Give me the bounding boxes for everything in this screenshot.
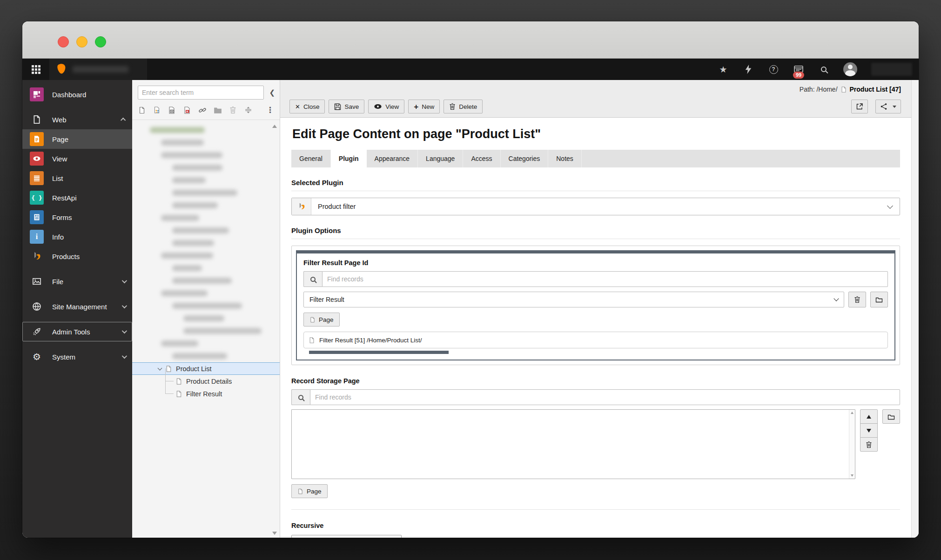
sidebar-item-forms[interactable]: Forms bbox=[22, 207, 132, 227]
selected-records-list: Filter Result [51] /Home/Product List/ bbox=[303, 332, 888, 354]
tab-access[interactable]: Access bbox=[463, 150, 500, 167]
globe-icon bbox=[30, 300, 44, 313]
recursive-select[interactable]: 0 levels (only selected page) bbox=[291, 535, 402, 538]
browse-records-button[interactable] bbox=[870, 292, 888, 307]
main-scrollbar[interactable] bbox=[911, 80, 919, 538]
allowed-table-page-button[interactable]: Page bbox=[291, 484, 328, 498]
tree-scroll-down-icon[interactable] bbox=[272, 532, 277, 535]
edit-form: Edit Page Content on page "Product List"… bbox=[280, 118, 919, 538]
arrow-down-icon bbox=[867, 429, 871, 433]
view-button[interactable]: View bbox=[368, 100, 404, 113]
typo3-brand[interactable] bbox=[49, 59, 147, 80]
move-down-button[interactable] bbox=[860, 423, 878, 438]
listbox-scrollbar[interactable] bbox=[849, 410, 855, 479]
minimize-window-button[interactable] bbox=[76, 36, 87, 47]
move-up-button[interactable] bbox=[860, 409, 878, 424]
search-icon bbox=[303, 271, 322, 287]
new-button[interactable]: + New bbox=[408, 100, 440, 113]
new-page-icon[interactable] bbox=[138, 106, 146, 115]
browse-records-button[interactable] bbox=[882, 409, 900, 424]
trash-icon[interactable] bbox=[229, 106, 237, 115]
chevron-down-icon bbox=[122, 353, 127, 359]
tab-notes[interactable]: Notes bbox=[548, 150, 582, 167]
tree-scroll-up-icon[interactable] bbox=[272, 125, 277, 128]
list-module-icon bbox=[30, 171, 44, 185]
clear-cache-icon[interactable] bbox=[743, 64, 754, 75]
main-content-area: Path: /Home/ Product List [47] ✕ Close S… bbox=[280, 80, 919, 538]
sidebar-item-dashboard[interactable]: Dashboard bbox=[22, 85, 132, 104]
sidebar-item-label: Dashboard bbox=[52, 91, 126, 99]
new-shortcut-page-icon[interactable] bbox=[168, 106, 176, 115]
module-grid-icon bbox=[32, 65, 40, 74]
tree-node-filter-result[interactable]: Filter Result bbox=[132, 387, 280, 400]
help-icon[interactable]: ? bbox=[768, 64, 779, 75]
tab-general[interactable]: General bbox=[291, 150, 331, 167]
bookmark-icon[interactable]: ★ bbox=[718, 64, 729, 75]
sidebar-item-list[interactable]: List bbox=[22, 168, 132, 188]
tab-plugin[interactable]: Plugin bbox=[331, 150, 367, 167]
remove-record-button[interactable] bbox=[848, 292, 866, 307]
tree-connector bbox=[165, 387, 175, 400]
search-icon[interactable] bbox=[818, 64, 829, 75]
zoom-window-button[interactable] bbox=[95, 36, 106, 47]
close-button[interactable]: ✕ Close bbox=[289, 100, 325, 113]
sidebar-item-label: Forms bbox=[52, 213, 126, 221]
find-records-input[interactable] bbox=[322, 271, 888, 287]
chevron-up-icon bbox=[121, 118, 126, 123]
trash-icon bbox=[449, 103, 456, 110]
sidebar-group-site-management[interactable]: Site Management bbox=[22, 297, 132, 316]
save-button[interactable]: Save bbox=[329, 100, 364, 113]
notification-badge: 99 bbox=[793, 72, 804, 79]
tree-node-product-list[interactable]: Product List bbox=[132, 362, 280, 375]
link-icon[interactable] bbox=[198, 106, 207, 115]
sidebar-item-label: List bbox=[52, 174, 126, 182]
sidebar-item-restapi[interactable]: { } RestApi bbox=[22, 188, 132, 207]
chevron-down-icon bbox=[122, 278, 127, 283]
notifications-icon[interactable]: 99 bbox=[793, 64, 804, 75]
plugin-select[interactable]: Product filter bbox=[291, 198, 900, 215]
delete-button[interactable]: Delete bbox=[444, 100, 483, 113]
sidebar-group-label: Web bbox=[52, 116, 114, 124]
sidebar-item-page[interactable]: Page bbox=[22, 129, 132, 149]
trash-icon bbox=[854, 296, 860, 303]
expand-collapse-icon[interactable] bbox=[244, 106, 253, 115]
module-menu-button[interactable] bbox=[22, 59, 49, 80]
tree-more-menu-icon[interactable]: ⋮ bbox=[266, 105, 274, 115]
sidebar-item-info[interactable]: i Info bbox=[22, 227, 132, 247]
tree-node-product-details[interactable]: Product Details bbox=[132, 375, 280, 387]
open-in-new-window-button[interactable] bbox=[851, 100, 868, 113]
plugin-select-value: Product filter bbox=[311, 203, 888, 210]
sidebar-group-system[interactable]: ⚙ System bbox=[22, 347, 132, 367]
plugin-options-panel: Filter Result Page Id Filter Result bbox=[291, 246, 900, 365]
allowed-table-page-button[interactable]: Page bbox=[303, 313, 340, 327]
filter-result-select[interactable]: Filter Result bbox=[303, 292, 844, 307]
record-storage-listbox[interactable] bbox=[291, 409, 855, 479]
expand-chevron-icon[interactable] bbox=[158, 366, 162, 371]
sidebar-group-file[interactable]: File bbox=[22, 272, 132, 291]
horizontal-scrollbar-thumb[interactable] bbox=[309, 351, 449, 354]
close-window-button[interactable] bbox=[58, 36, 69, 47]
folder-icon[interactable] bbox=[214, 106, 222, 115]
selected-record-item[interactable]: Filter Result [51] /Home/Product List/ bbox=[303, 332, 888, 348]
filter-result-page-id-fieldset: Filter Result Page Id Filter Result bbox=[296, 250, 895, 360]
user-avatar[interactable] bbox=[843, 62, 857, 76]
sidebar-item-view[interactable]: View bbox=[22, 149, 132, 168]
tree-node-label: Product List bbox=[176, 365, 212, 373]
sidebar-group-admin-tools[interactable]: Admin Tools bbox=[22, 322, 132, 341]
tab-language[interactable]: Language bbox=[418, 150, 463, 167]
chevron-down-icon bbox=[887, 203, 893, 209]
tab-appearance[interactable]: Appearance bbox=[367, 150, 418, 167]
collapse-tree-icon[interactable]: ❮ bbox=[269, 88, 275, 97]
sidebar-item-products[interactable]: Products bbox=[22, 247, 132, 266]
window-controls bbox=[58, 36, 106, 47]
tree-search-input[interactable] bbox=[138, 86, 264, 100]
sidebar-group-web[interactable]: Web bbox=[22, 110, 132, 129]
remove-record-button[interactable] bbox=[860, 437, 878, 452]
share-button[interactable] bbox=[875, 100, 901, 113]
find-records-input[interactable] bbox=[310, 389, 900, 405]
new-page-users-icon[interactable] bbox=[153, 106, 161, 115]
page-tree-panel: ❮ bbox=[132, 80, 280, 538]
tab-categories[interactable]: Categories bbox=[501, 150, 549, 167]
new-mountpoint-page-icon[interactable] bbox=[183, 106, 192, 115]
sidebar-item-label: View bbox=[52, 155, 126, 163]
